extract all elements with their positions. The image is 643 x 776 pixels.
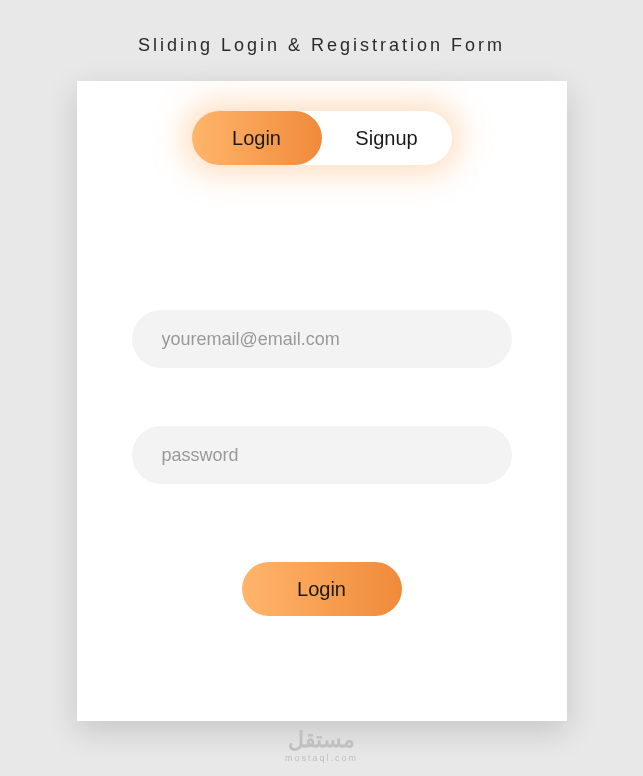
tab-signup[interactable]: Signup <box>322 127 452 150</box>
watermark: مستقل mostaql.com <box>285 727 358 764</box>
tab-switcher: Login Signup <box>192 111 452 165</box>
watermark-url: mostaql.com <box>285 753 358 764</box>
page-title: Sliding Login & Registration Form <box>138 35 505 56</box>
form-card: Login Signup Login <box>77 81 567 721</box>
email-field[interactable] <box>132 310 512 368</box>
login-button[interactable]: Login <box>242 562 402 616</box>
login-form: Login <box>77 310 567 616</box>
watermark-logo: مستقل <box>285 727 358 753</box>
tab-login[interactable]: Login <box>192 127 322 150</box>
password-field[interactable] <box>132 426 512 484</box>
